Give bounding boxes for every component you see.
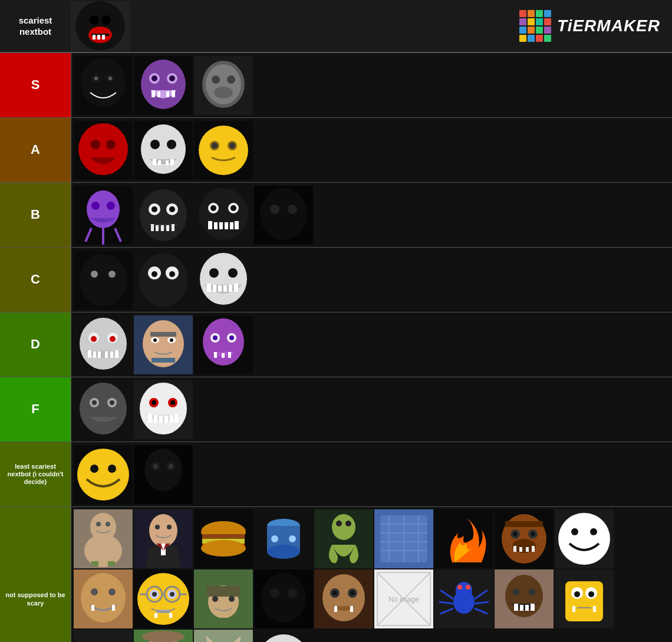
svg-rect-64 bbox=[166, 225, 169, 231]
svg-point-135 bbox=[92, 400, 97, 405]
svg-rect-128 bbox=[214, 352, 217, 358]
logo-cell bbox=[544, 18, 551, 25]
svg-point-239 bbox=[229, 596, 235, 602]
svg-rect-108 bbox=[88, 350, 91, 358]
face-smile bbox=[134, 380, 193, 439]
tier-content-b bbox=[71, 183, 672, 247]
svg-point-246 bbox=[322, 574, 365, 621]
svg-point-95 bbox=[228, 268, 238, 278]
svg-rect-77 bbox=[235, 221, 239, 229]
logo-cell bbox=[519, 10, 526, 17]
svg-rect-20 bbox=[151, 90, 155, 97]
tier-item bbox=[134, 186, 193, 245]
svg-point-281 bbox=[574, 591, 580, 597]
face-fire-char bbox=[434, 509, 493, 568]
svg-rect-7 bbox=[102, 35, 105, 39]
tier-row-d: D bbox=[0, 312, 672, 377]
svg-point-106 bbox=[91, 336, 97, 342]
svg-point-83 bbox=[80, 254, 127, 306]
svg-point-167 bbox=[149, 514, 177, 547]
svg-rect-273 bbox=[514, 604, 518, 611]
svg-point-178 bbox=[201, 540, 246, 557]
svg-point-81 bbox=[288, 205, 297, 214]
svg-rect-101 bbox=[234, 284, 238, 292]
svg-point-119 bbox=[153, 338, 157, 342]
tier-item bbox=[194, 630, 253, 642]
svg-point-29 bbox=[214, 87, 233, 98]
svg-point-222 bbox=[137, 573, 189, 625]
face-emoji bbox=[194, 121, 253, 180]
face-freddy bbox=[495, 509, 554, 568]
logo-cell bbox=[544, 27, 551, 34]
svg-point-250 bbox=[350, 591, 355, 595]
tier-item bbox=[254, 569, 313, 628]
svg-rect-286 bbox=[74, 630, 133, 642]
logo-cell bbox=[519, 35, 526, 42]
svg-rect-65 bbox=[172, 224, 174, 231]
svg-rect-75 bbox=[225, 222, 228, 229]
face-muscular bbox=[74, 509, 133, 568]
svg-point-13 bbox=[108, 77, 112, 80]
tier-item bbox=[254, 509, 313, 568]
logo-cell bbox=[536, 18, 543, 25]
tier-item bbox=[74, 569, 133, 628]
logo-cell bbox=[528, 10, 535, 17]
svg-point-87 bbox=[139, 253, 188, 307]
svg-point-60 bbox=[169, 206, 175, 212]
page-title: scariest nextbot bbox=[0, 10, 71, 42]
svg-point-238 bbox=[212, 596, 218, 602]
svg-rect-275 bbox=[525, 605, 529, 611]
svg-rect-208 bbox=[519, 547, 522, 552]
svg-point-261 bbox=[457, 585, 462, 590]
logo-grid bbox=[519, 10, 551, 42]
face-old-man bbox=[134, 315, 193, 374]
face-white-eyes bbox=[134, 251, 193, 310]
tier-item bbox=[74, 56, 133, 115]
tier-content-not-scary: No image bbox=[71, 507, 672, 642]
face-white-puff bbox=[254, 630, 313, 642]
svg-point-249 bbox=[332, 591, 337, 595]
svg-point-56 bbox=[140, 189, 187, 241]
svg-point-216 bbox=[81, 573, 126, 623]
svg-rect-146 bbox=[164, 416, 168, 423]
svg-point-262 bbox=[466, 585, 470, 590]
svg-rect-98 bbox=[218, 285, 222, 292]
svg-rect-144 bbox=[154, 415, 157, 423]
face-red-entity bbox=[74, 121, 133, 180]
svg-rect-170 bbox=[161, 544, 166, 555]
svg-point-136 bbox=[110, 400, 114, 405]
svg-rect-116 bbox=[150, 332, 176, 337]
svg-point-85 bbox=[108, 271, 116, 278]
svg-point-103 bbox=[80, 318, 127, 370]
face-black-entity bbox=[74, 56, 133, 115]
tier-item bbox=[314, 509, 373, 568]
svg-rect-237 bbox=[207, 586, 240, 597]
svg-point-33 bbox=[106, 140, 116, 149]
tier-item bbox=[134, 315, 193, 374]
svg-rect-110 bbox=[98, 351, 101, 358]
svg-rect-111 bbox=[105, 351, 108, 358]
svg-point-217 bbox=[91, 588, 98, 595]
svg-point-12 bbox=[94, 77, 98, 80]
svg-rect-76 bbox=[230, 222, 233, 229]
tier-label-least: least scariest nextbot (i couldn't decid… bbox=[0, 442, 71, 506]
svg-rect-234 bbox=[169, 613, 172, 618]
face-grin bbox=[194, 251, 253, 310]
svg-point-31 bbox=[78, 123, 128, 175]
svg-rect-73 bbox=[214, 222, 218, 229]
svg-rect-130 bbox=[228, 352, 231, 358]
face-shadow bbox=[254, 186, 313, 245]
svg-point-282 bbox=[588, 591, 594, 597]
svg-rect-233 bbox=[154, 613, 157, 618]
header-right: TiERMAKER bbox=[130, 10, 672, 42]
svg-rect-100 bbox=[229, 285, 232, 292]
tier-item bbox=[74, 509, 133, 568]
header-face-icon bbox=[74, 1, 127, 51]
svg-rect-175 bbox=[202, 534, 245, 539]
svg-point-163 bbox=[84, 534, 122, 567]
svg-point-91 bbox=[169, 271, 175, 277]
face-dark2 bbox=[254, 569, 313, 628]
face-smiling-man bbox=[74, 569, 133, 628]
svg-point-71 bbox=[230, 205, 236, 211]
tier-label-d: D bbox=[0, 312, 71, 377]
